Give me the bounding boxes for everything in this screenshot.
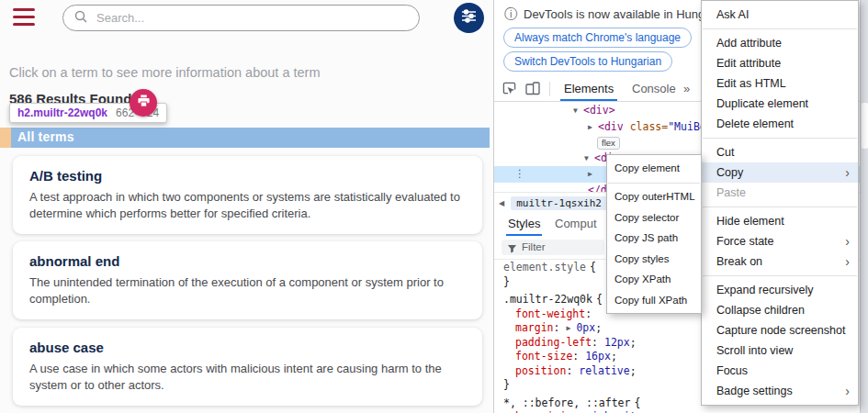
switch-devtools-hungarian-button[interactable]: Switch DevTools to Hungarian — [503, 51, 672, 72]
inspect-element-icon[interactable] — [502, 82, 516, 99]
menu-item-delete-element[interactable]: Delete element — [702, 114, 858, 134]
more-tabs-icon[interactable]: » — [683, 77, 690, 101]
devtools-infobar-message: DevTools is now available in Hunga — [524, 7, 712, 21]
expand-collapsed-icon[interactable]: ▶ — [566, 321, 576, 336]
search-box[interactable] — [62, 5, 420, 31]
menu-item-copy-selector[interactable]: Copy selector — [607, 207, 701, 229]
semicolon: ; — [630, 364, 637, 377]
term-definition: A use case in which some actors with mal… — [29, 361, 466, 394]
copy-submenu: Copy element Copy outerHTML Copy selecto… — [606, 154, 702, 314]
menu-item-copy-styles[interactable]: Copy styles — [607, 249, 701, 270]
menu-item-label: Break on — [716, 255, 762, 268]
tree-attr-name: class= — [630, 120, 669, 133]
colon: : — [572, 350, 579, 363]
close-brace: } — [503, 378, 510, 391]
menu-item-label: Badge settings — [716, 385, 793, 397]
menu-item-label: Copy — [716, 166, 743, 179]
expand-open-icon[interactable]: ▼ — [573, 104, 583, 119]
submenu-arrow-icon: › — [845, 381, 850, 401]
menu-item-label: Force state — [716, 235, 774, 248]
hamburger-menu-icon[interactable] — [13, 8, 35, 26]
print-button[interactable] — [130, 89, 157, 117]
info-icon: ⓘ — [504, 6, 517, 23]
css-value: 12px — [604, 336, 630, 349]
css-property: position — [515, 364, 566, 377]
css-value: 16px — [585, 350, 611, 363]
tab-console[interactable]: Console — [628, 77, 680, 101]
tab-elements[interactable]: Elements — [560, 77, 617, 101]
menu-item-copy-js-path[interactable]: Copy JS path — [607, 228, 701, 249]
expand-collapsed-icon[interactable]: ▶ — [588, 120, 598, 136]
css-property: padding-left — [515, 336, 592, 349]
funnel-icon — [507, 242, 517, 258]
element-style-selector: element.style — [503, 261, 586, 273]
menu-item-copy-xpath[interactable]: Copy XPath — [607, 269, 701, 290]
term-card[interactable]: A/B testing A test approach in which two… — [13, 156, 482, 234]
tree-tag: <div> — [583, 104, 615, 117]
highlight-padding-strip — [0, 128, 11, 148]
menu-item-edit-attribute[interactable]: Edit attribute — [702, 53, 858, 73]
term-card[interactable]: abuse case A use case in which some acto… — [13, 328, 482, 406]
menu-item-copy-element[interactable]: Copy element — [607, 158, 701, 179]
menu-item-scroll-into-view[interactable]: Scroll into view — [702, 340, 858, 361]
menu-item-add-attribute[interactable]: Add attribute — [702, 33, 858, 53]
menu-item-hide-element[interactable]: Hide element — [702, 211, 858, 231]
filter-button[interactable] — [454, 3, 484, 33]
semicolon: ; — [611, 350, 617, 363]
hamburger-bar — [13, 8, 35, 11]
expand-open-icon[interactable]: ▼ — [584, 151, 594, 167]
breadcrumb-item[interactable]: muiltr-1qsxih2 — [511, 196, 607, 210]
tab-computed[interactable]: Comput — [553, 212, 599, 236]
vertical-scrollbar[interactable] — [860, 0, 868, 413]
rule-selector: *, ::before, ::after — [503, 396, 630, 409]
css-property: font-size — [515, 350, 572, 363]
menu-item-capture-node-screenshot[interactable]: Capture node screenshot — [702, 320, 858, 340]
css-value: relative — [579, 364, 629, 377]
scrollbar-thumb[interactable] — [862, 103, 868, 149]
menu-item-paste[interactable]: Paste — [702, 183, 858, 203]
css-value: 0px — [576, 321, 595, 334]
sliders-icon — [461, 9, 477, 27]
flex-badge[interactable]: flex — [597, 137, 620, 150]
tooltip-selector: h2.muiltr-22wq0k — [17, 106, 107, 119]
colon: : — [592, 336, 598, 349]
tree-tag: <div — [598, 120, 624, 133]
glossary-app: Click on a term to see more information … — [0, 0, 493, 413]
menu-item-badge-settings[interactable]: Badge settings › — [702, 381, 858, 401]
menu-item-edit-as-html[interactable]: Edit as HTML — [702, 73, 858, 94]
menu-item-copy-outerhtml[interactable]: Copy outerHTML — [607, 186, 701, 207]
menu-item-duplicate-element[interactable]: Duplicate element — [702, 94, 858, 114]
search-icon — [74, 10, 87, 27]
submenu-arrow-icon: › — [845, 251, 850, 272]
device-toolbar-icon[interactable] — [525, 82, 540, 99]
section-header-highlighted[interactable]: All terms — [0, 128, 490, 148]
term-card[interactable]: abnormal end The unintended termination … — [13, 241, 482, 319]
expand-collapsed-icon[interactable]: ▶ — [588, 167, 598, 183]
css-property: margin — [515, 321, 554, 334]
menu-item-copy-full-xpath[interactable]: Copy full XPath — [607, 290, 701, 311]
menu-item-expand-recursively[interactable]: Expand recursively — [702, 280, 858, 300]
filter-placeholder: Filter — [522, 241, 546, 252]
term-definition: The unintended termination of the execut… — [29, 274, 466, 307]
colon: : — [585, 307, 592, 320]
open-brace: { — [634, 396, 640, 409]
semicolon: ; — [630, 336, 637, 349]
menu-item-force-state[interactable]: Force state › — [702, 231, 858, 251]
menu-item-copy[interactable]: Copy › — [702, 162, 858, 183]
semicolon: ; — [595, 321, 602, 334]
open-brace: { — [590, 261, 596, 273]
menu-item-break-on[interactable]: Break on › — [702, 251, 858, 272]
section-header-label: All terms — [17, 129, 74, 144]
match-chrome-language-button[interactable]: Always match Chrome's language — [503, 28, 692, 48]
search-input[interactable] — [95, 10, 408, 26]
menu-item-focus[interactable]: Focus — [702, 361, 858, 381]
hamburger-bar — [13, 16, 35, 18]
tab-styles[interactable]: Styles — [506, 212, 542, 236]
crumb-back-icon[interactable]: ◀ — [499, 199, 504, 207]
menu-item-collapse-children[interactable]: Collapse children — [702, 300, 858, 320]
menu-item-cut[interactable]: Cut — [702, 142, 858, 162]
menu-item-ask-ai[interactable]: Ask AI — [702, 5, 858, 25]
kebab-icon[interactable]: ⋮ — [514, 166, 525, 182]
hamburger-bar — [13, 23, 35, 26]
styles-filter-input[interactable]: Filter — [502, 240, 604, 255]
